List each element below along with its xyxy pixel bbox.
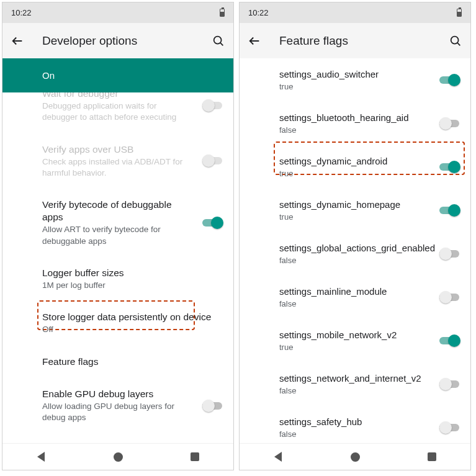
nav-home-icon[interactable]: [110, 449, 125, 464]
back-icon[interactable]: [10, 34, 25, 48]
settings-list[interactable]: Wait for debuggerDebugged application wa…: [2, 92, 233, 443]
flag-toggle[interactable]: [439, 204, 460, 217]
flag-row[interactable]: settings_safety_hubfalse: [240, 406, 470, 443]
nav-recent-icon[interactable]: [424, 449, 439, 464]
flag-toggle[interactable]: [439, 421, 460, 434]
flag-value: true: [279, 81, 460, 92]
flag-row[interactable]: settings_network_and_internet_v2false: [240, 362, 470, 406]
flag-row[interactable]: settings_mobile_network_v2true: [240, 319, 470, 362]
app-bar: Feature flags: [240, 23, 470, 58]
row-subtitle: Debugged application waits for debugger …: [42, 101, 223, 123]
row-title: Wait for debugger: [42, 92, 223, 100]
search-icon[interactable]: [448, 34, 463, 48]
flag-title: settings_global_actions_grid_enabled: [279, 242, 460, 254]
flag-value: false: [279, 299, 460, 310]
flag-row[interactable]: settings_dynamic_homepagetrue: [240, 189, 470, 232]
nav-back-icon[interactable]: [271, 449, 285, 464]
row-title: Enable GPU debug layers: [42, 388, 223, 400]
page-title: Feature flags: [279, 34, 433, 48]
settings-row[interactable]: Store logger data persistently on device…: [2, 301, 233, 345]
flag-toggle[interactable]: [439, 117, 460, 130]
flag-row[interactable]: settings_bluetooth_hearing_aidfalse: [240, 102, 470, 145]
flag-row[interactable]: settings_mainline_modulefalse: [240, 276, 470, 319]
row-toggle[interactable]: [202, 217, 223, 229]
status-bar: 10:22: [240, 2, 470, 23]
app-bar: Developer options: [2, 23, 233, 58]
battery-icon: [457, 9, 462, 17]
settings-row[interactable]: Enable GPU debug layersAllow loading GPU…: [2, 378, 233, 434]
settings-row[interactable]: Verify bytecode of debuggable appsAllow …: [2, 189, 233, 257]
nav-back-icon[interactable]: [34, 449, 48, 464]
phone-developer-options: 10:22 Developer options On Wait for debu…: [2, 2, 234, 470]
flags-list[interactable]: settings_audio_switchertruesettings_blue…: [240, 58, 470, 443]
row-title: Verify bytecode of debuggable apps: [42, 199, 223, 223]
flag-title: settings_audio_switcher: [279, 68, 460, 81]
back-icon[interactable]: [247, 34, 262, 48]
flag-title: settings_safety_hub: [279, 416, 460, 428]
flag-toggle[interactable]: [439, 161, 460, 173]
master-toggle-row[interactable]: On: [2, 58, 233, 92]
nav-home-icon[interactable]: [348, 449, 362, 464]
svg-line-1: [220, 42, 223, 45]
flag-value: false: [279, 255, 460, 266]
phone-feature-flags: 10:22 Feature flags settings_audio_switc…: [239, 2, 471, 470]
settings-row[interactable]: Logger buffer sizes1M per log buffer: [2, 257, 233, 301]
flag-value: false: [279, 385, 460, 397]
settings-row[interactable]: Wait for debuggerDebugged application wa…: [2, 92, 233, 133]
flag-value: false: [279, 125, 460, 136]
flag-toggle[interactable]: [439, 248, 460, 260]
flag-row[interactable]: settings_audio_switchertrue: [240, 58, 470, 102]
flag-title: settings_dynamic_homepage: [279, 199, 460, 211]
svg-point-0: [214, 36, 222, 43]
flag-title: settings_mainline_module: [279, 285, 460, 298]
flag-title: settings_bluetooth_hearing_aid: [279, 112, 460, 124]
settings-row[interactable]: Verify apps over USBCheck apps installed…: [2, 133, 233, 189]
row-subtitle: Allow ART to verify bytecode for debugga…: [42, 224, 223, 246]
row-title: Feature flags: [42, 356, 223, 368]
flag-value: true: [279, 168, 460, 179]
row-subtitle: Off: [42, 324, 223, 335]
flag-title: settings_mobile_network_v2: [279, 329, 460, 341]
flag-value: false: [279, 429, 460, 440]
flag-value: true: [279, 342, 460, 353]
flag-row[interactable]: settings_global_actions_grid_enabledfals…: [240, 232, 470, 276]
flag-toggle[interactable]: [439, 378, 460, 390]
row-subtitle: Check apps installed via ADB/ADT for har…: [42, 156, 223, 179]
flag-row[interactable]: settings_dynamic_androidtrue: [240, 145, 470, 189]
svg-line-3: [457, 42, 460, 45]
page-title: Developer options: [42, 34, 196, 48]
row-toggle[interactable]: [202, 400, 223, 412]
flag-toggle[interactable]: [439, 74, 460, 86]
row-title: Verify apps over USB: [42, 143, 223, 156]
row-title: Store logger data persistently on device: [42, 311, 223, 323]
flag-title: settings_dynamic_android: [279, 155, 460, 168]
row-subtitle: Allow loading GPU debug layers for debug…: [42, 401, 223, 423]
row-subtitle: 1M per log buffer: [42, 280, 223, 291]
nav-bar: [2, 443, 233, 470]
flag-value: true: [279, 212, 460, 223]
battery-icon: [220, 9, 225, 17]
nav-recent-icon[interactable]: [187, 449, 202, 464]
row-title: Logger buffer sizes: [42, 267, 223, 279]
settings-row[interactable]: Feature flags: [2, 346, 233, 378]
row-toggle: [202, 155, 223, 167]
clock: 10:22: [11, 8, 32, 17]
row-toggle: [202, 99, 223, 112]
search-icon[interactable]: [211, 34, 226, 48]
clock: 10:22: [248, 8, 269, 17]
svg-point-2: [451, 36, 459, 43]
flag-toggle[interactable]: [439, 335, 460, 347]
flag-toggle[interactable]: [439, 291, 460, 303]
nav-bar: [240, 443, 470, 470]
master-toggle-label: On: [42, 70, 221, 81]
status-bar: 10:22: [2, 2, 233, 23]
flag-title: settings_network_and_internet_v2: [279, 372, 460, 385]
settings-row[interactable]: Game Driver PreferencesModify Game Drive…: [2, 433, 233, 443]
